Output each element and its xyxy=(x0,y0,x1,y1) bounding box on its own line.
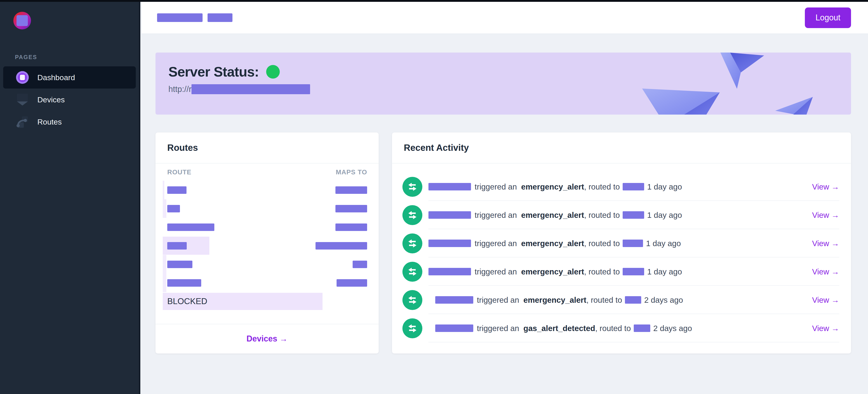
row-highlight-strip xyxy=(163,199,166,218)
content: Server Status: http://r Routes ROUTE MAP… xyxy=(142,34,868,354)
window-top-edge xyxy=(0,0,868,2)
routes-card-title: Routes xyxy=(155,132,379,163)
redacted-device-name xyxy=(429,211,471,219)
list-item: triggered an emergency_alert , routed to… xyxy=(402,257,839,286)
view-link[interactable]: View → xyxy=(812,296,839,305)
redacted-device-name xyxy=(429,183,471,190)
redacted-device-name xyxy=(435,325,473,332)
list-item: triggered an emergency_alert , routed to… xyxy=(402,201,839,229)
table-row-blocked: BLOCKED xyxy=(167,292,367,311)
sidebar-item-label: Routes xyxy=(37,118,62,126)
redacted-route-target xyxy=(623,183,644,190)
main-area: Logout Server Sta xyxy=(142,2,868,394)
activity-text: triggered an emergency_alert , routed to… xyxy=(429,267,682,276)
activity-middle: , routed to xyxy=(595,324,631,333)
sidebar-item-label: Dashboard xyxy=(37,73,75,82)
activity-timestamp: 1 day ago xyxy=(647,267,682,276)
activity-prefix: triggered an xyxy=(477,324,519,333)
redacted-route-target xyxy=(625,296,641,304)
table-row xyxy=(167,236,367,255)
activity-text: triggered an emergency_alert , routed to… xyxy=(429,296,683,305)
routes-table: ROUTE MAPS TO BLOCK xyxy=(155,163,379,324)
activity-card-title: Recent Activity xyxy=(392,132,851,163)
activity-prefix: triggered an xyxy=(475,239,517,248)
redacted-server-url xyxy=(191,84,310,94)
activity-middle: , routed to xyxy=(584,239,620,248)
activity-timestamp: 1 day ago xyxy=(647,211,682,220)
activity-text: triggered an gas_alert_detected , routed… xyxy=(429,324,692,333)
activity-prefix: triggered an xyxy=(475,211,517,220)
decorative-triangles xyxy=(625,53,851,115)
view-link[interactable]: View → xyxy=(812,267,839,276)
sidebar-item-dashboard[interactable]: Dashboard xyxy=(3,66,136,89)
redacted-maps-to xyxy=(337,279,367,287)
logout-button[interactable]: Logout xyxy=(805,7,851,28)
row-highlight-strip xyxy=(163,181,164,199)
redacted-route xyxy=(167,223,214,231)
view-link[interactable]: View → xyxy=(812,182,839,191)
activity-middle: , routed to xyxy=(584,211,620,220)
sidebar-item-devices[interactable]: Devices xyxy=(0,89,139,111)
redacted-route-target xyxy=(623,211,644,219)
sidebar-nav: Dashboard Devices Routes xyxy=(0,66,139,133)
transfer-icon xyxy=(402,319,422,338)
list-item: triggered an gas_alert_detected , routed… xyxy=(402,314,839,342)
row-highlight-strip xyxy=(163,274,166,292)
redacted-maps-to xyxy=(315,242,367,249)
routes-card: Routes ROUTE MAPS TO xyxy=(155,132,379,354)
redacted-route-target xyxy=(623,268,644,275)
redacted-maps-to xyxy=(335,186,367,194)
transfer-icon xyxy=(402,290,422,310)
dashboard-icon xyxy=(16,71,29,84)
redacted-device-name xyxy=(429,240,471,247)
view-link[interactable]: View → xyxy=(812,324,839,333)
activity-timestamp: 2 days ago xyxy=(653,324,692,333)
redacted-device-name xyxy=(429,268,471,275)
sidebar: PAGES Dashboard Devices xyxy=(0,2,140,394)
activity-prefix: triggered an xyxy=(475,182,517,191)
transfer-icon xyxy=(402,262,422,282)
app-logo xyxy=(13,12,31,29)
transfer-icon xyxy=(402,205,422,225)
view-link[interactable]: View → xyxy=(812,211,839,220)
devices-link[interactable]: Devices → xyxy=(246,334,288,343)
redacted-maps-to xyxy=(335,223,367,231)
activity-event-name: emergency_alert xyxy=(519,182,584,191)
redacted-maps-to xyxy=(335,205,367,212)
redacted-route-target xyxy=(623,240,643,247)
activity-event-name: emergency_alert xyxy=(519,211,584,220)
table-row xyxy=(167,255,367,274)
table-row xyxy=(167,199,367,218)
redacted-route xyxy=(167,261,192,268)
routes-rows: BLOCKED xyxy=(167,181,367,311)
redacted-device-name xyxy=(435,296,473,304)
activity-timestamp: 1 day ago xyxy=(647,182,682,191)
table-row xyxy=(167,181,367,199)
column-header-route: ROUTE xyxy=(167,169,191,176)
app-logo-square xyxy=(17,15,28,26)
devices-icon xyxy=(16,93,29,106)
activity-text: triggered an emergency_alert , routed to… xyxy=(429,239,681,248)
activity-middle: , routed to xyxy=(586,296,622,305)
sidebar-section-label: PAGES xyxy=(15,54,139,60)
view-link[interactable]: View → xyxy=(812,239,839,248)
activity-event-name: emergency_alert xyxy=(519,267,584,276)
column-header-maps-to: MAPS TO xyxy=(336,169,367,176)
activity-text: triggered an emergency_alert , routed to… xyxy=(429,182,682,191)
activity-middle: , routed to xyxy=(584,182,620,191)
activity-middle: , routed to xyxy=(584,267,620,276)
redacted-route-target xyxy=(634,325,650,332)
redacted-breadcrumb-segment xyxy=(208,13,232,22)
list-item: triggered an emergency_alert , routed to… xyxy=(402,173,839,201)
transfer-icon xyxy=(402,234,422,253)
blocked-label: BLOCKED xyxy=(167,297,207,306)
list-item: triggered an emergency_alert , routed to… xyxy=(402,286,839,314)
sidebar-item-label: Devices xyxy=(37,95,65,104)
sidebar-item-routes[interactable]: Routes xyxy=(0,111,139,133)
redacted-breadcrumb-segment xyxy=(157,13,203,22)
redacted-route xyxy=(167,279,201,287)
server-status-banner: Server Status: http://r xyxy=(155,53,851,115)
redacted-maps-to xyxy=(353,261,367,268)
recent-activity-card: Recent Activity triggered an emergency_a… xyxy=(392,132,851,354)
activity-timestamp: 2 days ago xyxy=(644,296,683,305)
